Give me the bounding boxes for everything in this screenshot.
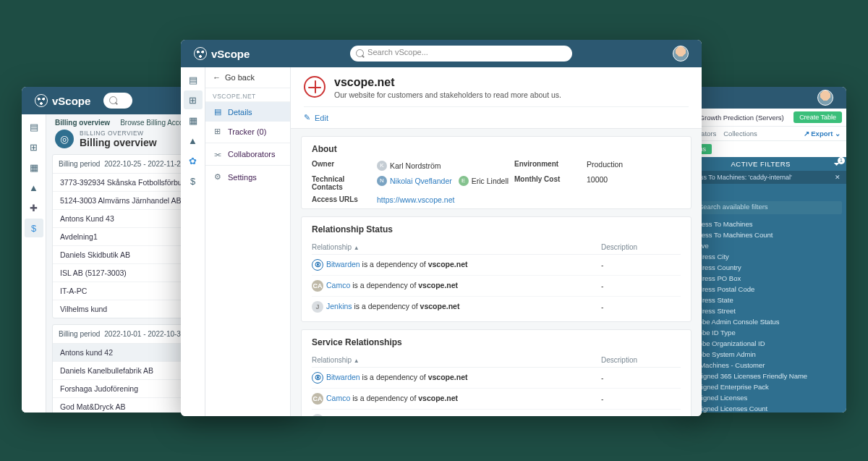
- cost-label: Monthly Cost: [514, 175, 587, 183]
- main-content: vscope.net Our website for customers and…: [291, 67, 702, 416]
- filter-item[interactable]: Access To Machines: [680, 219, 846, 229]
- pencil-icon: ✎: [304, 113, 310, 122]
- access-url-link[interactable]: https://www.vscope.net: [377, 195, 454, 204]
- app-logo[interactable]: vScope: [194, 47, 250, 60]
- search-input[interactable]: [103, 93, 132, 109]
- relationship-status-section: Relationship Status Relationship ▲ Descr…: [301, 216, 692, 322]
- relationship-row[interactable]: ⦿Bitwarden is a dependency of vscope.net…: [312, 368, 681, 389]
- sidebar-group-label: VSCOPE.NET: [205, 88, 290, 102]
- env-label: Environment: [514, 160, 587, 168]
- rail-warning-icon[interactable]: ▲: [25, 178, 43, 197]
- gear-icon: ⚙: [213, 172, 222, 182]
- col-description[interactable]: Description: [601, 240, 681, 255]
- avatar[interactable]: [817, 90, 833, 106]
- section-heading: About: [312, 144, 681, 154]
- filter-item[interactable]: Adobe Admin Console Status: [680, 316, 846, 327]
- topbar: [680, 87, 846, 109]
- funnel-icon[interactable]: ⏷1: [833, 160, 841, 168]
- filter-item[interactable]: Adobe Organizational ID: [680, 338, 846, 349]
- sidebar-item-collaborators[interactable]: ⫘ Collaborators: [205, 145, 290, 164]
- sidebar-item-label: Collaborators: [228, 150, 275, 158]
- relationship-row[interactable]: CACamco is a dependency of vscope.net-: [312, 389, 681, 410]
- tech-contact-chip[interactable]: NNikolai Qveflander: [377, 176, 452, 186]
- filter-item[interactable]: Address Postal Code: [680, 284, 846, 295]
- tech-contact-chip[interactable]: EEric Lindell: [459, 176, 509, 186]
- tab-billing-overview[interactable]: Billing overview: [55, 119, 110, 127]
- search-input[interactable]: Search vScope...: [350, 46, 572, 62]
- filter-item[interactable]: All Machines - Customer: [680, 360, 846, 371]
- col-description[interactable]: Description: [601, 353, 681, 368]
- filter-item[interactable]: Assigned Licenses: [680, 392, 846, 403]
- sidebar-item-settings[interactable]: ⚙ Settings: [205, 167, 290, 187]
- relationship-row[interactable]: JJenkins is a dependency of vscope.net-: [312, 410, 681, 417]
- go-back-label: Go back: [225, 73, 255, 82]
- active-filter-chip[interactable]: Access To Machines: 'caddy-internal' ✕: [680, 171, 846, 184]
- page-subtitle: Our website for customers and stakeholde…: [334, 90, 561, 99]
- filter-item[interactable]: Assigned Licenses Count: [680, 403, 846, 413]
- camco-icon: CA: [312, 280, 323, 292]
- rail-table-icon[interactable]: ▦: [184, 111, 203, 130]
- tech-label: Technical Contacts: [312, 175, 377, 191]
- filter-item[interactable]: Address State: [680, 295, 846, 305]
- export-button[interactable]: ↗ Export ⌄: [804, 130, 841, 138]
- filter-chip-label: Access To Machines: 'caddy-internal': [686, 174, 792, 181]
- filter-item[interactable]: Adobe System Admin: [680, 349, 846, 360]
- filter-item[interactable]: Active: [680, 240, 846, 251]
- filter-item[interactable]: Assigned Enterprise Pack: [680, 381, 846, 392]
- rail-grid-icon[interactable]: ⊞: [25, 138, 43, 156]
- jenkins-icon: J: [312, 414, 323, 416]
- filter-item[interactable]: Address PO Box: [680, 273, 846, 284]
- col-relationship[interactable]: Relationship ▲: [312, 353, 601, 368]
- app-logo[interactable]: vScope: [35, 94, 90, 107]
- owner-chip[interactable]: KKarl Nordström: [377, 161, 441, 171]
- rail-table-icon[interactable]: ▦: [25, 158, 43, 177]
- filter-item[interactable]: Adobe ID Type: [680, 327, 846, 338]
- site-logo-icon: [304, 76, 326, 98]
- sidebar-item-label: Tracker (0): [228, 127, 266, 136]
- bitwarden-icon: ⦿: [312, 372, 323, 384]
- cost-value: 10000: [587, 175, 681, 184]
- create-table-button[interactable]: Create Table: [793, 111, 842, 123]
- filter-item[interactable]: Address City: [680, 251, 846, 262]
- rail-plus-icon[interactable]: ✚: [25, 198, 43, 217]
- collections-link[interactable]: Collections: [723, 130, 757, 138]
- rail-billing-icon[interactable]: $: [184, 172, 203, 190]
- close-icon[interactable]: ✕: [835, 174, 841, 181]
- jenkins-icon: J: [312, 301, 323, 313]
- filter-search: Search available filters: [680, 197, 846, 219]
- rail-billing-icon[interactable]: $: [25, 219, 43, 237]
- details-window: vScope Search vScope... ▤ ⊞ ▦ ▲ ✿ $ ← Go…: [181, 40, 702, 416]
- filter-item[interactable]: Assigned 365 Licenses Friendly Name: [680, 371, 846, 381]
- edit-button[interactable]: ✎ Edit: [304, 106, 689, 122]
- active-filters-title: ACTIVE FILTERS: [688, 160, 833, 168]
- rail-warning-icon[interactable]: ▲: [184, 131, 203, 150]
- filter-search-input[interactable]: Search available filters: [684, 201, 842, 214]
- icon-rail: ▤ ⊞ ▦ ▲ ✚ $: [22, 114, 46, 413]
- col-relationship[interactable]: Relationship ▲: [312, 240, 601, 255]
- rail-gear-icon[interactable]: ✿: [184, 151, 203, 170]
- sidebar-item-details[interactable]: ▤ Details: [205, 102, 290, 122]
- arrow-left-icon: ←: [213, 73, 221, 82]
- search-wrap: Search vScope...: [263, 46, 660, 62]
- rail-grid-icon[interactable]: ⊞: [184, 90, 203, 109]
- relationship-row[interactable]: CACamco is a dependency of vscope.net-: [312, 276, 681, 297]
- period-label: Billing period: [59, 330, 100, 338]
- active-filters-bar: › ACTIVE FILTERS ⏷1: [680, 157, 846, 171]
- period-label: Billing period: [59, 160, 100, 168]
- rail-layers-icon[interactable]: ▤: [25, 117, 43, 136]
- env-value: Production: [587, 160, 681, 169]
- vscope-icon: [194, 47, 207, 60]
- relationship-row[interactable]: JJenkins is a dependency of vscope.net-: [312, 297, 681, 318]
- billing-circle-icon: ◎: [55, 130, 74, 148]
- filter-item[interactable]: Address Country: [680, 262, 846, 273]
- avatar[interactable]: [673, 46, 689, 62]
- app-name: vScope: [52, 95, 90, 107]
- sidebar-item-tracker[interactable]: ⊞ Tracker (0): [205, 122, 290, 141]
- go-back-link[interactable]: ← Go back: [205, 67, 290, 88]
- filter-item[interactable]: Access To Machines Count: [680, 229, 846, 240]
- relationship-row[interactable]: ⦿Bitwarden is a dependency of vscope.net…: [312, 255, 681, 276]
- filter-item[interactable]: Address Street: [680, 305, 846, 316]
- rail-layers-icon[interactable]: ▤: [184, 70, 203, 89]
- filter-search-placeholder: Search available filters: [699, 203, 768, 211]
- period-range: 2022-10-25 - 2022-11-24: [104, 160, 184, 168]
